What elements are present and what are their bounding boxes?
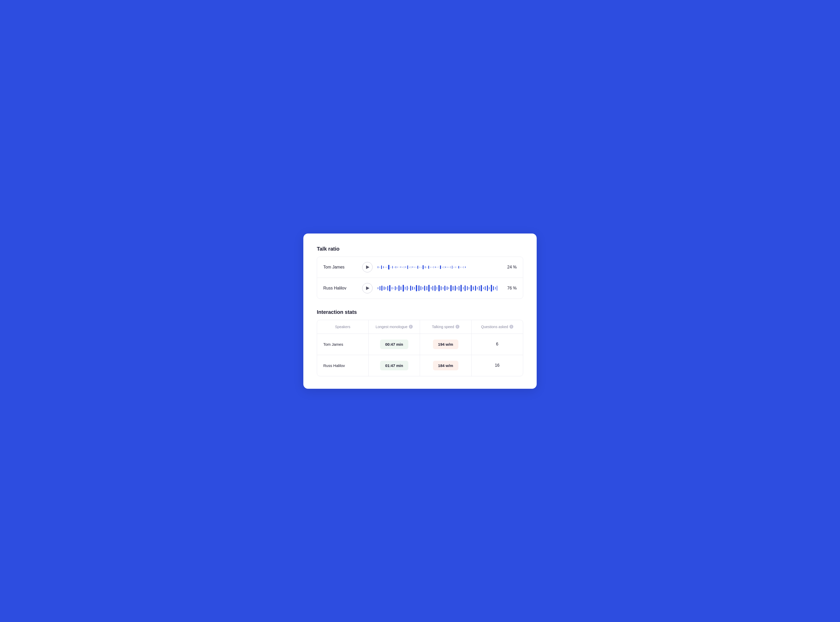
waveform-bar: [424, 286, 425, 291]
waveform-bar: [405, 267, 406, 268]
info-icon-speed[interactable]: i: [455, 325, 460, 329]
waveform-bar: [447, 267, 447, 268]
play-button-russ[interactable]: [362, 283, 373, 293]
col-header-questions: Questions asked i: [472, 320, 523, 334]
waveform-bar: [447, 287, 447, 290]
waveform-bar: [444, 286, 445, 291]
waveform-bar: [481, 285, 482, 291]
waveform-bar: [479, 286, 480, 291]
waveform-bar: [400, 267, 401, 268]
waveform-bar: [405, 287, 405, 290]
stats-row-tom: Tom James 00:47 min 194 w/m 6: [317, 334, 523, 355]
waveform-bar: [470, 285, 472, 291]
info-icon-monologue[interactable]: i: [409, 325, 413, 329]
talk-ratio-row-russ: Russ Halilov 76 %: [317, 278, 523, 299]
waveform-bar: [423, 265, 424, 269]
waveform-bar: [380, 286, 380, 290]
monologue-badge-tom: 00:47 min: [380, 340, 408, 349]
waveform-bar: [383, 266, 384, 268]
waveform-bar: [491, 285, 492, 291]
main-card: Talk ratio Tom James 24 % Russ Halilov 7…: [303, 233, 537, 389]
play-button-tom[interactable]: [362, 262, 373, 272]
waveform-bar: [441, 286, 441, 290]
waveform-bar: [428, 285, 429, 291]
waveform-bar: [449, 267, 449, 268]
stats-speed-russ: 184 w/m: [420, 355, 472, 376]
waveform-bar: [411, 266, 411, 268]
percentage-russ: 76 %: [502, 286, 517, 291]
talk-ratio-card: Tom James 24 % Russ Halilov 76 %: [317, 256, 523, 299]
waveform-bar: [414, 287, 415, 290]
waveform-bar: [460, 285, 462, 291]
info-icon-questions[interactable]: i: [509, 325, 513, 329]
waveform-bar: [464, 285, 466, 291]
waveform-bar: [442, 267, 443, 268]
waveform-bar: [423, 287, 423, 290]
waveform-bar: [451, 285, 452, 291]
waveform-bar: [404, 266, 404, 268]
play-icon-tom: [366, 265, 370, 269]
monologue-badge-russ: 01:47 min: [380, 361, 408, 370]
stats-speed-tom: 194 w/m: [420, 334, 472, 355]
stats-header: Speakers Longest monologue i Talking spe…: [317, 320, 523, 334]
waveform-bar: [387, 286, 388, 291]
waveform-bar: [463, 287, 464, 290]
waveform-bar: [457, 287, 457, 290]
waveform-bar: [412, 287, 413, 290]
waveform-bar: [396, 266, 396, 268]
speed-badge-russ: 184 w/m: [433, 361, 458, 370]
waveform-bar: [453, 286, 454, 290]
waveform-bar: [449, 287, 449, 289]
waveform-bar: [432, 286, 433, 291]
waveform-bar: [425, 266, 425, 268]
waveform-bar: [475, 286, 476, 291]
waveform-bar: [407, 265, 408, 269]
waveform-bar: [416, 285, 417, 291]
waveform-bar: [385, 267, 385, 268]
stats-monologue-tom: 00:47 min: [369, 334, 420, 355]
waveform-bar: [397, 267, 398, 268]
waveform-bar: [465, 267, 466, 268]
waveform-bar: [427, 267, 427, 268]
interaction-stats-title: Interaction stats: [317, 309, 523, 315]
waveform-bar: [381, 265, 382, 269]
waveform-bar: [426, 286, 427, 290]
waveform-bar: [473, 287, 473, 290]
waveform-bar: [483, 287, 484, 289]
waveform-bar: [384, 287, 385, 290]
waveform-bar: [378, 266, 378, 268]
waveform-bar: [378, 287, 378, 289]
waveform-bar: [459, 286, 460, 291]
waveform-bar: [417, 266, 418, 269]
waveform-bar: [410, 286, 411, 291]
stats-monologue-russ: 01:47 min: [369, 355, 420, 376]
waveform-bar: [389, 285, 391, 291]
waveform-bar: [437, 287, 437, 290]
col-header-monologue: Longest monologue i: [369, 320, 420, 334]
waveform-bar: [381, 286, 382, 291]
waveform-bar: [407, 286, 408, 291]
stats-speaker-russ: Russ Halilov: [317, 355, 369, 376]
waveform-bar: [435, 267, 435, 268]
stats-row-russ: Russ Halilov 01:47 min 184 w/m 16: [317, 355, 523, 376]
waveform-bar: [386, 267, 387, 268]
waveform-bar: [497, 286, 497, 291]
waveform-bar: [399, 267, 399, 267]
waveform-bar: [399, 285, 400, 291]
col-header-speed: Talking speed i: [420, 320, 472, 334]
waveform-bar: [416, 267, 416, 268]
stats-questions-tom: 6: [472, 334, 523, 355]
waveform-bar: [394, 267, 394, 268]
waveform-bar: [445, 267, 446, 268]
speaker-name-russ: Russ Halilov: [323, 286, 357, 291]
waveform-bar: [469, 287, 469, 290]
waveform-tom: [378, 262, 497, 272]
waveform-bar: [397, 287, 397, 290]
talk-ratio-row-tom: Tom James 24 %: [317, 257, 523, 278]
waveform-bar: [385, 287, 386, 290]
waveform-bar: [395, 286, 396, 290]
waveform-bar: [458, 266, 459, 268]
waveform-bar: [428, 266, 429, 269]
waveform-bar: [467, 286, 468, 290]
waveform-bar: [402, 267, 403, 268]
